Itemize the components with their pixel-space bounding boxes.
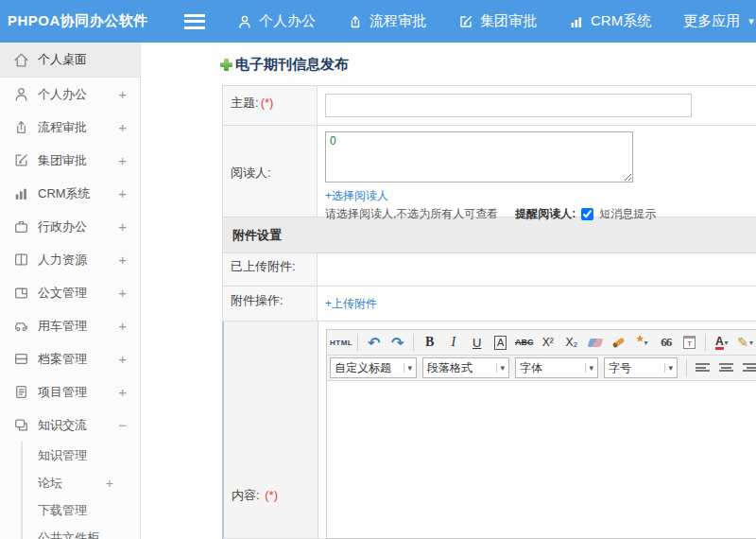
nav-label: 流程审批 [369, 12, 426, 30]
uploaded-attachments-label: 已上传附件: [223, 253, 318, 286]
sidebar-item-label: 档案管理 [38, 351, 118, 368]
sidebar-subitem-knowledge-management[interactable]: 知识管理 [23, 442, 140, 469]
sms-notify-checkbox[interactable] [581, 208, 593, 220]
strikethrough-button[interactable]: ABC [513, 332, 535, 353]
sidebar-item-label: 公文管理 [38, 285, 118, 302]
align-center-icon [719, 362, 733, 374]
heading-dropdown[interactable]: 自定义标题▾ [330, 357, 417, 378]
person-icon [237, 14, 252, 29]
expand-plus-icon[interactable]: + [118, 252, 127, 268]
app-logo: PHPOA协同办公软件 [0, 12, 184, 30]
align-left-button[interactable] [692, 357, 713, 378]
expand-plus-icon[interactable]: + [118, 119, 127, 135]
underline-button[interactable]: U [466, 332, 488, 353]
sidebar-item-process-approval[interactable]: 流程审批 + [0, 111, 140, 144]
process-icon [348, 14, 363, 29]
font-style-button[interactable]: A [490, 332, 511, 353]
expand-plus-icon[interactable]: + [118, 218, 127, 235]
editor-content-area[interactable] [327, 381, 756, 538]
sidebar-item-knowledge-exchange[interactable]: 知识交流 − [0, 409, 140, 442]
sidebar-item-human-resources[interactable]: 人力资源 + [0, 243, 140, 276]
caret-down-icon: ▾ [748, 15, 754, 27]
sidebar: 个人桌面 个人办公 + 流程审批 + 集团审批 + CRM系统 + [0, 43, 141, 539]
paragraph-format-dropdown[interactable]: 段落格式▾ [422, 357, 509, 378]
caret-down-icon: ▾ [585, 363, 593, 373]
paste-text-button[interactable]: T [679, 332, 700, 353]
required-mark: (*) [265, 488, 278, 502]
toolbar-separator [413, 334, 414, 351]
expand-plus-icon[interactable]: + [118, 384, 127, 400]
archive-icon [13, 351, 29, 367]
upload-attachment-link[interactable]: +上传附件 [325, 296, 377, 312]
html-source-button[interactable]: HTML [330, 332, 352, 353]
hamburger-menu-icon[interactable] [184, 14, 205, 29]
subscript-button[interactable]: X₂ [560, 332, 582, 353]
undo-button[interactable]: ↶ [363, 332, 385, 353]
font-family-dropdown[interactable]: 字体▾ [515, 357, 598, 378]
uploaded-attachments-value [318, 253, 756, 286]
nav-label: 个人办公 [259, 12, 316, 30]
expand-plus-icon[interactable]: + [118, 86, 127, 102]
sidebar-subitem-forum[interactable]: 论坛 + [23, 469, 140, 496]
choose-readers-link[interactable]: +选择阅读人 [325, 188, 388, 204]
nav-label: 集团审批 [480, 12, 537, 30]
attachment-operations-row: 附件操作: +上传附件 [223, 287, 756, 322]
quick-format-button[interactable]: *▾ [631, 332, 653, 353]
sidebar-item-admin-office[interactable]: 行政办公 + [0, 210, 140, 243]
expand-plus-icon[interactable]: + [118, 152, 127, 168]
editor-toolbar-row1: HTML ↶ ↷ B I U A ABC X² X₂ * [327, 330, 756, 356]
caret-down-icon: ▾ [404, 363, 412, 373]
sidebar-item-label: 集团审批 [38, 152, 118, 169]
sidebar-subitem-label: 公共文件柜 [38, 530, 113, 539]
sidebar-item-crm-system[interactable]: CRM系统 + [0, 177, 140, 210]
nav-crm-system[interactable]: CRM系统 [569, 12, 651, 30]
sidebar-item-archive-management[interactable]: 档案管理 + [0, 342, 140, 375]
toolbar-separator [686, 359, 687, 376]
format-brush-button[interactable] [608, 332, 629, 353]
toolbar-separator [357, 334, 358, 351]
sidebar-item-label: 人力资源 [38, 252, 118, 269]
chart-icon [13, 185, 29, 201]
nav-personal-office[interactable]: 个人办公 [237, 12, 316, 30]
project-icon [13, 384, 29, 400]
nav-process-approval[interactable]: 流程审批 [348, 12, 426, 30]
expand-plus-icon[interactable]: + [118, 351, 127, 367]
blockquote-button[interactable]: 66 [655, 332, 677, 353]
align-center-button[interactable] [715, 357, 737, 378]
expand-plus-icon[interactable]: + [118, 185, 127, 201]
sidebar-item-personal-office[interactable]: 个人办公 + [0, 78, 140, 111]
nav-more-apps[interactable]: 更多应用 ▾ [683, 12, 754, 30]
sidebar-subitem-public-file-cabinet[interactable]: 公共文件柜 [23, 524, 140, 539]
font-color-button[interactable]: A▾ [711, 332, 732, 353]
main-content: 电子期刊信息发布 主题: (*) 阅读人: 0 +选择阅读人 请选择阅读人,不选… [142, 43, 756, 539]
sidebar-item-label: 行政办公 [38, 218, 118, 235]
sidebar-item-label: 项目管理 [38, 384, 118, 401]
sidebar-item-vehicle-management[interactable]: 用车管理 + [0, 309, 140, 342]
home-icon [13, 52, 29, 68]
bold-button[interactable]: B [419, 332, 440, 353]
nav-group-approval[interactable]: 集团审批 [458, 12, 537, 30]
remind-readers-label: 提醒阅读人: [515, 206, 576, 222]
italic-button[interactable]: I [442, 332, 464, 353]
sidebar-item-personal-desktop[interactable]: 个人桌面 [0, 43, 140, 78]
car-icon [13, 318, 29, 334]
sidebar-item-document-management[interactable]: 公文管理 + [0, 276, 140, 309]
expand-plus-icon[interactable]: + [118, 318, 127, 334]
align-right-button[interactable] [739, 357, 756, 378]
superscript-button[interactable]: X² [537, 332, 558, 353]
expand-plus-icon[interactable]: + [106, 476, 113, 491]
sidebar-item-project-management[interactable]: 项目管理 + [0, 375, 140, 409]
subject-input[interactable] [325, 94, 692, 117]
collapse-minus-icon[interactable]: − [118, 417, 127, 433]
sidebar-subitem-label: 论坛 [38, 475, 106, 492]
sidebar-subitem-download-management[interactable]: 下载管理 [23, 496, 140, 524]
caret-down-icon: ▾ [644, 339, 648, 347]
expand-plus-icon[interactable]: + [118, 285, 127, 301]
eraser-button[interactable] [584, 332, 606, 353]
nav-label: 更多应用 [683, 12, 740, 30]
redo-button[interactable]: ↷ [387, 332, 408, 353]
sidebar-item-group-approval[interactable]: 集团审批 + [0, 144, 140, 177]
font-size-dropdown[interactable]: 字号▾ [604, 357, 678, 378]
highlight-color-button[interactable]: ✎▾ [734, 332, 756, 353]
readers-textarea[interactable]: 0 [325, 131, 633, 183]
